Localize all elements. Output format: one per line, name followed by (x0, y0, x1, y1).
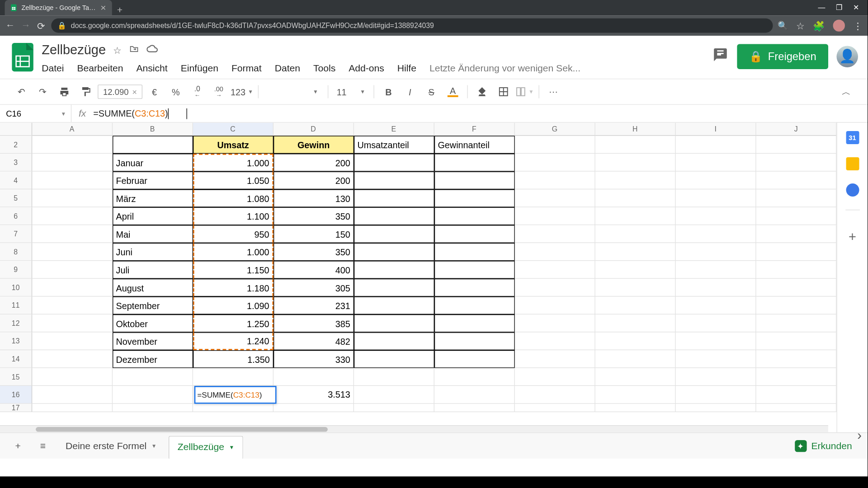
extensions-icon[interactable]: 🧩 (813, 20, 825, 31)
cell[interactable] (113, 386, 193, 404)
cell[interactable] (113, 368, 193, 386)
minimize-icon[interactable]: — (818, 4, 826, 12)
cell[interactable]: 130 (274, 189, 354, 207)
cell[interactable]: 1.240 (193, 332, 274, 350)
cell[interactable] (676, 261, 756, 279)
cell[interactable]: 482 (274, 332, 354, 350)
document-title[interactable]: Zellbezüge (42, 42, 106, 58)
cell[interactable] (515, 386, 595, 404)
cell[interactable] (515, 225, 595, 243)
keep-addon-icon[interactable] (846, 157, 859, 170)
cell[interactable] (354, 350, 434, 368)
undo-icon[interactable]: ↶ (12, 82, 31, 101)
cell[interactable] (354, 296, 434, 314)
cell[interactable] (32, 350, 113, 368)
star-icon[interactable]: ☆ (113, 44, 121, 56)
menu-file[interactable]: Datei (42, 63, 64, 74)
cell[interactable] (676, 279, 756, 297)
cell[interactable]: 400 (274, 261, 354, 279)
row-header[interactable]: 17 (0, 404, 32, 412)
cell[interactable] (595, 404, 676, 412)
cell[interactable] (354, 189, 434, 207)
font-size-select[interactable]: 11▼ (333, 87, 369, 97)
cell[interactable]: 950 (193, 225, 274, 243)
cell[interactable] (756, 189, 837, 207)
cell[interactable] (354, 207, 434, 225)
cell[interactable] (515, 279, 595, 297)
cell[interactable]: 1.000 (193, 243, 274, 261)
cell[interactable]: September (113, 296, 193, 314)
cell[interactable] (756, 332, 837, 350)
all-sheets-button[interactable]: ≡ (32, 435, 53, 456)
cell[interactable] (32, 332, 113, 350)
cell[interactable] (595, 296, 676, 314)
formula-input[interactable]: =SUMME(C3:C13) (93, 108, 868, 119)
cell[interactable] (434, 368, 515, 386)
cell[interactable] (595, 189, 676, 207)
cell[interactable] (756, 243, 837, 261)
cell[interactable] (756, 314, 837, 333)
cell[interactable] (676, 243, 756, 261)
cell[interactable]: Umsatz (193, 136, 274, 154)
cell[interactable] (32, 279, 113, 297)
cell[interactable] (434, 386, 515, 404)
cell[interactable] (434, 279, 515, 297)
cell[interactable] (515, 136, 595, 154)
cell[interactable]: 305 (274, 279, 354, 297)
cell[interactable] (354, 368, 434, 386)
col-header-h[interactable]: H (595, 123, 675, 136)
cell[interactable] (274, 368, 354, 386)
cell[interactable] (515, 154, 595, 172)
comments-icon[interactable] (712, 47, 729, 66)
cell[interactable] (32, 404, 113, 412)
cell[interactable] (515, 332, 595, 350)
scrollbar-thumb[interactable] (36, 427, 328, 432)
row-header[interactable]: 3 (0, 154, 32, 172)
paint-format-icon[interactable] (76, 82, 95, 101)
row-header[interactable]: 8 (0, 243, 32, 261)
cell[interactable]: Juni (113, 243, 193, 261)
cell[interactable] (676, 189, 756, 207)
cell[interactable]: 1.350 (193, 350, 274, 368)
row-header[interactable]: 10 (0, 279, 32, 297)
menu-edit[interactable]: Bearbeiten (77, 63, 123, 74)
sheets-logo[interactable] (9, 41, 36, 74)
row-header[interactable]: 14 (0, 350, 32, 368)
cloud-status-icon[interactable] (146, 45, 158, 56)
cell[interactable] (595, 261, 676, 279)
close-tab-icon[interactable]: × (100, 2, 106, 13)
italic-button[interactable]: I (401, 82, 420, 101)
cell[interactable]: 350 (274, 207, 354, 225)
cell[interactable] (756, 296, 837, 314)
cell[interactable] (515, 404, 595, 412)
zoom-icon[interactable]: 🔍 (778, 21, 788, 30)
cell[interactable] (434, 314, 515, 333)
cell[interactable] (515, 189, 595, 207)
merge-button[interactable]: ▼ (515, 86, 534, 97)
cell[interactable] (515, 261, 595, 279)
cell[interactable] (756, 279, 837, 297)
maximize-icon[interactable]: ❐ (836, 4, 842, 12)
currency-button[interactable]: € (145, 82, 164, 101)
cell[interactable] (434, 350, 515, 368)
cell[interactable] (434, 243, 515, 261)
row-header[interactable]: 4 (0, 172, 32, 190)
cell-editor-c16[interactable]: =SUMME(C3:C13) (194, 386, 277, 404)
cell[interactable] (676, 350, 756, 368)
increase-decimal-button[interactable]: .00→ (209, 82, 228, 101)
cell[interactable] (676, 172, 756, 190)
cell[interactable]: Gewinn (274, 136, 354, 154)
cell[interactable] (595, 225, 676, 243)
cell[interactable]: 1.050 (193, 172, 274, 190)
bold-button[interactable]: B (379, 82, 398, 101)
cell[interactable] (515, 314, 595, 333)
address-bar[interactable]: 🔒 docs.google.com/spreadsheets/d/1GE-twl… (51, 19, 773, 33)
col-header-a[interactable]: A (32, 123, 113, 136)
cell[interactable] (756, 136, 836, 154)
horizontal-scrollbar[interactable] (0, 425, 828, 432)
cell[interactable]: 1.000 (193, 154, 274, 172)
cell[interactable]: 330 (274, 350, 354, 368)
cell[interactable] (756, 172, 837, 190)
cell[interactable]: Mai (113, 225, 193, 243)
row-header[interactable]: 16 (0, 386, 32, 404)
